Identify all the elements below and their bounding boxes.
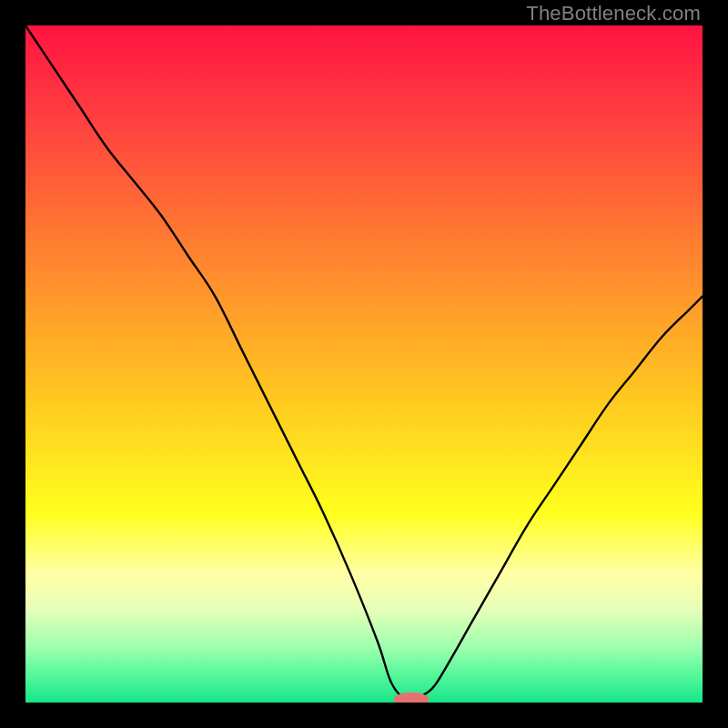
chart-frame: { "watermark": "TheBottleneck.com", "col… [0,0,728,728]
background-gradient [25,25,703,703]
svg-rect-0 [25,25,703,703]
plot-area [25,25,703,703]
watermark-text: TheBottleneck.com [526,2,701,25]
